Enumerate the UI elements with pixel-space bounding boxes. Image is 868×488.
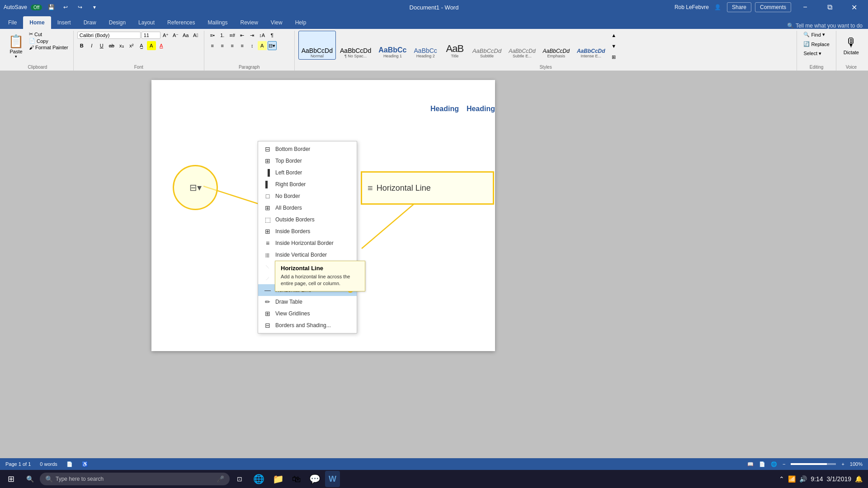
system-tray-icon[interactable]: ⌃ bbox=[779, 475, 784, 483]
shading-button[interactable]: A bbox=[258, 41, 267, 50]
menu-item-borders-shading[interactable]: ⊟ Borders and Shading... bbox=[258, 319, 357, 331]
save-icon[interactable]: 💾 bbox=[46, 2, 57, 13]
highlight-button[interactable]: A bbox=[147, 41, 156, 50]
increase-indent-button[interactable]: ⇥ bbox=[248, 31, 257, 40]
menu-item-bottom-border[interactable]: ⊟ Bottom Border bbox=[258, 143, 357, 155]
search-icon[interactable]: 🔍 bbox=[787, 23, 794, 29]
restore-button[interactable]: ⧉ bbox=[819, 0, 840, 14]
start-button[interactable]: ⊞ bbox=[2, 471, 20, 487]
font-family-input[interactable] bbox=[77, 32, 141, 39]
taskbar-word-button[interactable]: W bbox=[325, 471, 340, 487]
increase-font-button[interactable]: A⁺ bbox=[161, 31, 170, 40]
taskbar-edge-button[interactable]: 🌐 bbox=[250, 471, 268, 487]
comments-button[interactable]: Comments bbox=[755, 2, 791, 12]
superscript-button[interactable]: x² bbox=[127, 41, 136, 50]
subscript-button[interactable]: x₂ bbox=[117, 41, 126, 50]
tab-draw[interactable]: Draw bbox=[77, 16, 103, 29]
volume-icon[interactable]: 🔊 bbox=[799, 475, 807, 483]
select-button[interactable]: Select ▾ bbox=[801, 50, 824, 57]
style-normal[interactable]: AaBbCcDd Normal bbox=[298, 31, 336, 60]
tab-design[interactable]: Design bbox=[103, 16, 132, 29]
style-no-spacing[interactable]: AaBbCcDd ¶ No Spac... bbox=[337, 31, 374, 60]
multilevel-button[interactable]: ≡# bbox=[228, 31, 237, 40]
account-icon[interactable]: 👤 bbox=[712, 2, 723, 13]
sort-button[interactable]: ↕A bbox=[258, 31, 267, 40]
close-button[interactable]: ✕ bbox=[844, 0, 864, 14]
zoom-in-icon[interactable]: + bbox=[841, 461, 844, 467]
styles-scroll-up[interactable]: ▲ bbox=[609, 31, 618, 40]
change-case-button[interactable]: Aa bbox=[181, 31, 190, 40]
notification-icon[interactable]: 🔔 bbox=[855, 475, 863, 483]
menu-item-inside-borders[interactable]: ⊞ Inside Borders bbox=[258, 225, 357, 237]
decrease-font-button[interactable]: A⁻ bbox=[171, 31, 180, 40]
text-effects-button[interactable]: A̲ bbox=[137, 41, 146, 50]
taskbar-teams-button[interactable]: 💬 bbox=[306, 471, 324, 487]
underline-button[interactable]: U bbox=[97, 41, 106, 50]
share-button[interactable]: Share bbox=[727, 2, 751, 12]
task-view-button[interactable]: ⊡ bbox=[231, 471, 249, 487]
copy-button[interactable]: 📄Copy bbox=[28, 38, 70, 44]
tab-insert[interactable]: Insert bbox=[51, 16, 77, 29]
find-button[interactable]: 🔍Find▾ bbox=[801, 31, 827, 38]
network-icon[interactable]: 📶 bbox=[788, 475, 796, 483]
align-left-button[interactable]: ≡ bbox=[208, 41, 217, 50]
tab-mailings[interactable]: Mailings bbox=[201, 16, 234, 29]
menu-item-view-gridlines[interactable]: ⊞ View Gridlines bbox=[258, 308, 357, 319]
menu-item-inside-vertical[interactable]: ⫼ Inside Vertical Border bbox=[258, 249, 357, 261]
taskbar-search[interactable]: 🔍 Type here to search 🎤 bbox=[40, 473, 230, 485]
decrease-indent-button[interactable]: ⇤ bbox=[238, 31, 247, 40]
tab-view[interactable]: View bbox=[264, 16, 289, 29]
taskbar-explorer-button[interactable]: 📁 bbox=[269, 471, 288, 487]
zoom-slider[interactable] bbox=[791, 463, 836, 465]
zoom-out-icon[interactable]: − bbox=[783, 461, 785, 467]
numbering-button[interactable]: 1. bbox=[218, 31, 227, 40]
line-spacing-button[interactable]: ↕ bbox=[248, 41, 257, 50]
style-subtle-emphasis[interactable]: AaBbCcDd Subtle E... bbox=[505, 31, 538, 60]
tab-layout[interactable]: Layout bbox=[132, 16, 161, 29]
tab-file[interactable]: File bbox=[2, 16, 23, 29]
customize-icon[interactable]: ▾ bbox=[89, 2, 100, 13]
tab-help[interactable]: Help bbox=[289, 16, 313, 29]
bold-button[interactable]: B bbox=[77, 41, 86, 50]
tab-home[interactable]: Home bbox=[23, 16, 51, 29]
cut-button[interactable]: ✂Cut bbox=[28, 31, 70, 38]
tell-me-input[interactable]: Tell me what you want to do bbox=[796, 23, 863, 29]
autosave-toggle[interactable]: Off bbox=[31, 5, 42, 10]
font-size-input[interactable] bbox=[142, 32, 160, 39]
style-title[interactable]: AaB Title bbox=[441, 31, 468, 60]
paste-button[interactable]: 📋 Paste ▾ bbox=[5, 31, 27, 59]
strikethrough-button[interactable]: ab bbox=[107, 41, 116, 50]
menu-item-right-border[interactable]: ▌ Right Border bbox=[258, 178, 357, 190]
print-layout-icon[interactable]: 📄 bbox=[759, 461, 765, 467]
border-dropdown-menu[interactable]: ⊟ Bottom Border ⊞ Top Border ▐ Left Bord… bbox=[258, 141, 357, 333]
menu-item-draw-table[interactable]: ✏ Draw Table bbox=[258, 296, 357, 308]
menu-item-outside-borders[interactable]: ⬚ Outside Borders bbox=[258, 214, 357, 225]
border-button[interactable]: ⊟▾ bbox=[268, 41, 277, 50]
undo-icon[interactable]: ↩ bbox=[60, 2, 71, 13]
clear-format-button[interactable]: A⃝ bbox=[191, 31, 200, 40]
format-painter-button[interactable]: 🖌Format Painter bbox=[28, 44, 70, 51]
styles-scroll-down[interactable]: ▼ bbox=[609, 42, 618, 51]
search-button-taskbar[interactable]: 🔍 bbox=[21, 471, 39, 487]
menu-item-left-border[interactable]: ▐ Left Border bbox=[258, 167, 357, 178]
redo-icon[interactable]: ↪ bbox=[75, 2, 85, 13]
read-mode-icon[interactable]: 📖 bbox=[747, 461, 754, 467]
menu-item-no-border[interactable]: □ No Border bbox=[258, 190, 357, 202]
menu-item-top-border[interactable]: ⊞ Top Border bbox=[258, 155, 357, 167]
align-right-button[interactable]: ≡ bbox=[228, 41, 237, 50]
taskbar-mic-icon[interactable]: 🎤 bbox=[217, 475, 224, 483]
show-marks-button[interactable]: ¶ bbox=[268, 31, 277, 40]
style-intense-emphasis[interactable]: AaBbCcDd Intense E... bbox=[574, 31, 609, 60]
justify-button[interactable]: ≡ bbox=[238, 41, 247, 50]
style-heading2[interactable]: AaBbCc Heading 2 bbox=[411, 31, 440, 60]
style-subtitle[interactable]: AaBbCcDd Subtitle bbox=[469, 31, 505, 60]
menu-item-inside-horizontal[interactable]: ≡ Inside Horizontal Border bbox=[258, 237, 357, 249]
italic-button[interactable]: I bbox=[87, 41, 96, 50]
font-color-button[interactable]: A bbox=[157, 41, 166, 50]
taskbar-store-button[interactable]: 🛍 bbox=[288, 471, 305, 487]
tab-references[interactable]: References bbox=[161, 16, 201, 29]
align-center-button[interactable]: ≡ bbox=[218, 41, 227, 50]
style-emphasis[interactable]: AaBbCcDd Emphasis bbox=[540, 31, 573, 60]
menu-item-all-borders[interactable]: ⊞ All Borders bbox=[258, 202, 357, 214]
tab-review[interactable]: Review bbox=[234, 16, 264, 29]
